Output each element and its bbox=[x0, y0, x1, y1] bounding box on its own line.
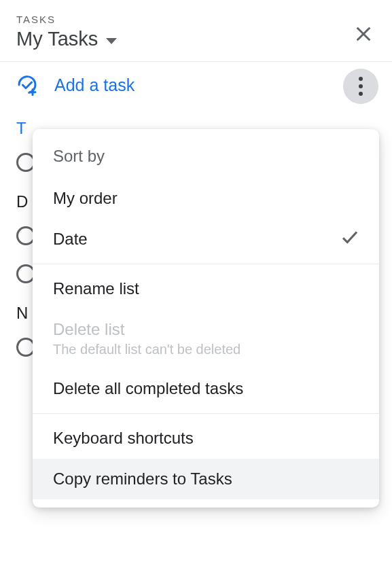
menu-item-label: Delete all completed tasks bbox=[53, 379, 243, 397]
menu-item-delete-completed[interactable]: Delete all completed tasks bbox=[33, 368, 379, 409]
add-task-icon bbox=[16, 74, 38, 96]
menu-divider bbox=[33, 264, 379, 264]
menu-item-delete-list: Delete list The default list can't be de… bbox=[33, 309, 379, 368]
menu-item-label: Copy reminders to Tasks bbox=[53, 469, 232, 488]
more-vertical-icon bbox=[359, 77, 363, 96]
menu-item-label: Keyboard shortcuts bbox=[53, 429, 194, 447]
menu-item-rename-list[interactable]: Rename list bbox=[33, 268, 379, 309]
check-icon bbox=[340, 227, 360, 251]
menu-item-label: My order bbox=[53, 189, 118, 207]
header: TASKS My Tasks bbox=[0, 0, 392, 62]
menu-item-label: Rename list bbox=[53, 279, 139, 298]
list-selector[interactable]: My Tasks bbox=[16, 28, 376, 50]
menu-item-date[interactable]: Date bbox=[33, 219, 379, 260]
menu-sort-by-label: Sort by bbox=[33, 137, 379, 178]
add-task-row[interactable]: Add a task bbox=[0, 62, 392, 108]
menu-item-label: Delete list bbox=[53, 320, 359, 339]
menu-item-keyboard-shortcuts[interactable]: Keyboard shortcuts bbox=[33, 418, 379, 459]
close-icon bbox=[354, 24, 373, 43]
menu-item-label: Date bbox=[53, 230, 88, 248]
list-name: My Tasks bbox=[16, 28, 98, 50]
menu-divider bbox=[33, 413, 379, 414]
menu-item-subtext: The default list can't be deleted bbox=[53, 342, 359, 357]
chevron-down-icon bbox=[106, 38, 117, 44]
menu-item-my-order[interactable]: My order bbox=[33, 178, 379, 219]
add-task-label: Add a task bbox=[54, 75, 135, 95]
more-options-button[interactable] bbox=[343, 69, 378, 104]
app-label: TASKS bbox=[16, 14, 376, 25]
menu-item-copy-reminders[interactable]: Copy reminders to Tasks bbox=[33, 459, 379, 499]
close-button[interactable] bbox=[354, 24, 376, 46]
options-menu: Sort by My order Date Rename list Delete… bbox=[33, 129, 379, 508]
